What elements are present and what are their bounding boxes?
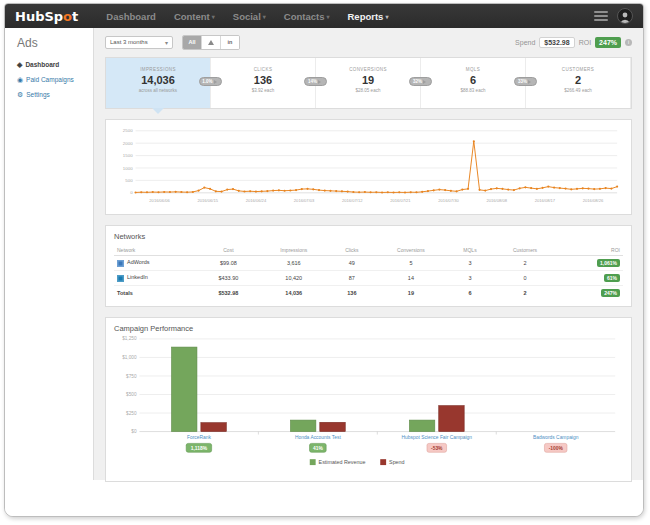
data-point bbox=[513, 189, 515, 191]
campaign-link[interactable]: Hubspot Science Fair Campaign bbox=[402, 435, 473, 440]
bar-revenue bbox=[409, 420, 434, 431]
x-tick-label: 2016/06/24 bbox=[246, 198, 267, 203]
data-point bbox=[519, 187, 521, 189]
data-point bbox=[238, 190, 240, 192]
filter-linkedin-button[interactable]: in bbox=[221, 36, 239, 49]
chevron-down-icon: ▾ bbox=[263, 13, 266, 20]
data-point bbox=[289, 189, 291, 191]
data-point bbox=[599, 188, 601, 190]
data-point bbox=[134, 191, 136, 193]
y-tick-label: 2500 bbox=[123, 128, 133, 133]
data-point bbox=[152, 191, 154, 193]
filter-all-button[interactable]: All bbox=[183, 36, 202, 49]
date-range-select[interactable]: Last 3 months ▾ bbox=[105, 36, 173, 49]
data-point bbox=[284, 190, 286, 192]
data-point bbox=[198, 190, 200, 192]
data-point bbox=[587, 188, 589, 190]
hamburger-menu-icon[interactable] bbox=[594, 9, 608, 23]
networks-table: Network Cost Impressions Clicks Conversi… bbox=[114, 245, 623, 300]
metrics-funnel: IMPRESSIONS 14,036 across all networks C… bbox=[105, 57, 632, 109]
hubspot-logo[interactable]: HubSpot bbox=[15, 9, 78, 24]
chevron-down-icon: ▾ bbox=[385, 13, 388, 20]
campaign-link[interactable]: Honda Accounts Test bbox=[295, 435, 341, 440]
data-point bbox=[404, 191, 406, 193]
adwords-icon bbox=[208, 40, 214, 45]
x-tick-label: 2016/06/15 bbox=[198, 198, 219, 203]
data-point bbox=[255, 191, 257, 193]
page-title: Ads bbox=[17, 36, 93, 50]
x-tick-label: 2016/07/30 bbox=[438, 198, 459, 203]
roi-change-text: -100% bbox=[549, 446, 564, 451]
data-point bbox=[192, 191, 194, 193]
data-point bbox=[542, 187, 544, 189]
roi-badge: 247% bbox=[595, 37, 621, 48]
bar-spend bbox=[320, 422, 345, 431]
data-point bbox=[415, 191, 417, 193]
nav-menu: Dashboard Content▾ Social▾ Contacts▾ Rep… bbox=[106, 11, 388, 22]
nav-item-contacts[interactable]: Contacts▾ bbox=[284, 11, 330, 22]
data-point bbox=[261, 190, 263, 192]
data-point bbox=[582, 187, 584, 189]
campaigns-icon: ◉ bbox=[17, 76, 23, 83]
data-point bbox=[226, 189, 228, 191]
filter-adwords-button[interactable] bbox=[202, 36, 221, 49]
campaign-link[interactable]: Badwords Campaign bbox=[533, 435, 579, 440]
sidebar-item-settings[interactable]: ⚙ Settings bbox=[17, 91, 93, 98]
gear-icon: ⚙ bbox=[17, 91, 23, 98]
sidebar: Ads ◈ Dashboard ◉ Paid Campaigns ⚙ Setti… bbox=[5, 28, 93, 480]
chevron-down-icon: ▾ bbox=[212, 13, 215, 20]
data-point bbox=[501, 188, 503, 190]
nav-item-social[interactable]: Social▾ bbox=[233, 11, 266, 22]
data-point bbox=[427, 190, 429, 192]
x-tick-label: 2016/07/12 bbox=[342, 198, 363, 203]
funnel-card-clicks[interactable]: CLICKS 136 $3.92 each bbox=[211, 58, 316, 108]
campaign-performance-bar-chart: $0$250$500$750$1,000$1,250ForceRank1,118… bbox=[114, 333, 623, 471]
data-point bbox=[616, 186, 618, 188]
funnel-card-mqls[interactable]: MQLS 6 $88.83 each bbox=[421, 58, 526, 108]
networks-card: Networks Network Cost Impressions Clicks… bbox=[105, 225, 632, 307]
data-point bbox=[370, 191, 372, 193]
funnel-card-impressions[interactable]: IMPRESSIONS 14,036 across all networks bbox=[106, 58, 211, 108]
data-point bbox=[392, 191, 394, 193]
table-header-row: Network Cost Impressions Clicks Conversi… bbox=[114, 245, 623, 256]
network-filter-group: All in bbox=[182, 35, 240, 50]
legend-label: Estimated Revenue bbox=[319, 459, 366, 465]
data-point bbox=[180, 191, 182, 193]
networks-title: Networks bbox=[114, 232, 623, 241]
sidebar-item-dashboard[interactable]: ◈ Dashboard bbox=[17, 61, 93, 68]
data-point bbox=[381, 191, 383, 193]
nav-item-dashboard[interactable]: Dashboard bbox=[106, 11, 156, 22]
data-point bbox=[278, 189, 280, 191]
person-icon bbox=[619, 11, 631, 23]
nav-item-reports[interactable]: Reports▾ bbox=[347, 11, 388, 22]
data-point bbox=[490, 188, 492, 190]
user-avatar[interactable] bbox=[617, 8, 633, 24]
data-point bbox=[324, 190, 326, 192]
data-point bbox=[553, 187, 555, 189]
data-point bbox=[444, 189, 446, 191]
data-point bbox=[421, 191, 423, 193]
y-tick-label: $500 bbox=[126, 392, 137, 397]
funnel-card-customers[interactable]: CUSTOMERS 2 $266.49 each bbox=[526, 58, 631, 108]
table-row-linkedin: LinkedIn $433.90 10,420 87 14 3 0 61% bbox=[114, 271, 623, 286]
data-point bbox=[478, 189, 480, 191]
nav-item-content[interactable]: Content▾ bbox=[174, 11, 215, 22]
conversion-rate-pill: 14% bbox=[304, 77, 327, 86]
sprocket-icon: o bbox=[63, 9, 72, 24]
funnel-card-conversions[interactable]: CONVERSIONS 19 $28.05 each bbox=[316, 58, 421, 108]
data-point bbox=[530, 187, 532, 189]
sidebar-item-paid-campaigns[interactable]: ◉ Paid Campaigns bbox=[17, 76, 93, 83]
y-tick-label: 0 bbox=[130, 190, 133, 195]
data-point bbox=[243, 190, 245, 192]
dashboard-icon: ◈ bbox=[17, 61, 22, 68]
legend-label: Spend bbox=[389, 459, 405, 465]
y-tick-label: 1500 bbox=[123, 153, 133, 158]
y-tick-label: 500 bbox=[125, 178, 133, 183]
data-point bbox=[169, 191, 171, 193]
info-icon[interactable]: i bbox=[625, 39, 632, 46]
data-point bbox=[157, 191, 159, 193]
campaign-link[interactable]: ForceRank bbox=[187, 435, 211, 440]
conversion-rate-pill: 1.0% bbox=[199, 77, 222, 86]
line-series bbox=[136, 141, 618, 192]
data-point bbox=[484, 190, 486, 192]
